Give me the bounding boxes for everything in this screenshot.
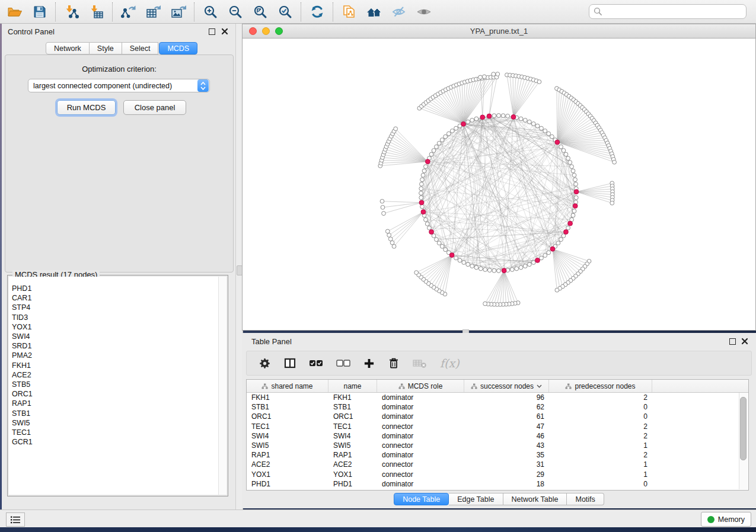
tab-network-table[interactable]: Network Table — [503, 493, 567, 505]
select-all-button[interactable] — [309, 360, 323, 367]
function-builder-button[interactable]: f(x) — [440, 357, 460, 370]
network-node[interactable] — [523, 118, 527, 123]
table-scrollbar-thumb[interactable] — [740, 397, 747, 460]
network-node[interactable] — [515, 267, 519, 271]
network-node[interactable] — [531, 122, 535, 126]
network-hub-node[interactable] — [480, 115, 485, 120]
tab-mcds[interactable]: MCDS — [159, 42, 197, 55]
network-node[interactable] — [422, 169, 426, 173]
table-row[interactable]: STB1STB1dominator620 — [247, 402, 748, 412]
network-node[interactable] — [483, 302, 487, 306]
network-node[interactable] — [540, 256, 544, 260]
network-node[interactable] — [506, 114, 510, 118]
network-node[interactable] — [428, 226, 432, 230]
zoom-out-button[interactable] — [223, 2, 248, 22]
mcds-result-scrollbar[interactable] — [218, 277, 227, 495]
network-node[interactable] — [429, 152, 433, 156]
memory-button[interactable]: Memory — [701, 512, 751, 527]
import-table-button[interactable] — [84, 2, 109, 22]
table-row[interactable]: ORC1ORC1dominator610 — [247, 412, 748, 421]
network-node[interactable] — [470, 118, 474, 123]
table-settings-button[interactable] — [259, 357, 271, 370]
network-node[interactable] — [421, 173, 425, 177]
mcds-result-item[interactable]: ORC1 — [12, 389, 218, 399]
mcds-result-item[interactable]: CAR1 — [12, 293, 218, 303]
deselect-all-button[interactable] — [336, 360, 350, 367]
tab-style[interactable]: Style — [90, 42, 122, 55]
network-node[interactable] — [566, 156, 570, 161]
network-node[interactable] — [470, 264, 474, 268]
table-row[interactable]: TEC1TEC1connector472 — [247, 422, 748, 431]
float-table-panel-button[interactable] — [729, 338, 736, 345]
network-node[interactable] — [492, 114, 496, 118]
mcds-result-item[interactable]: TID3 — [12, 313, 218, 322]
first-neighbors-button[interactable] — [362, 2, 387, 22]
network-canvas[interactable] — [243, 38, 755, 330]
mcds-result-item[interactable]: STB1 — [12, 409, 218, 418]
network-node[interactable] — [419, 196, 423, 200]
network-node[interactable] — [492, 72, 496, 76]
network-hub-node[interactable] — [502, 268, 506, 273]
table-row[interactable]: RAP1RAP1dominator352 — [247, 450, 748, 460]
network-node[interactable] — [562, 149, 566, 153]
export-network-button[interactable] — [116, 2, 141, 22]
network-node[interactable] — [519, 117, 523, 121]
split-columns-button[interactable] — [284, 358, 296, 368]
network-node[interactable] — [466, 262, 470, 267]
mcds-result-item[interactable]: SWI4 — [12, 332, 218, 341]
network-node[interactable] — [497, 114, 501, 118]
tab-motifs[interactable]: Motifs — [567, 493, 604, 505]
network-node[interactable] — [420, 178, 425, 182]
network-node[interactable] — [454, 256, 458, 260]
open-session-button[interactable] — [2, 2, 27, 22]
network-node[interactable] — [487, 268, 492, 273]
network-hub-node[interactable] — [487, 114, 492, 118]
network-node[interactable] — [474, 117, 479, 121]
node-table[interactable]: shared namenameMCDS rolesuccessor nodesp… — [246, 379, 749, 491]
network-node[interactable] — [572, 173, 576, 177]
add-column-button[interactable] — [363, 358, 375, 369]
network-hub-node[interactable] — [449, 253, 454, 258]
network-node[interactable] — [571, 213, 575, 217]
network-node[interactable] — [424, 217, 428, 222]
export-table-button[interactable] — [141, 2, 166, 22]
network-node[interactable] — [523, 264, 527, 268]
export-image-button[interactable] — [166, 2, 191, 22]
network-node[interactable] — [432, 234, 436, 238]
network-node[interactable] — [559, 238, 563, 242]
network-window-titlebar[interactable]: YPA_prune.txt_1 — [243, 24, 755, 39]
network-node[interactable] — [482, 75, 486, 79]
network-node[interactable] — [555, 288, 559, 292]
network-node[interactable] — [571, 169, 575, 173]
network-node[interactable] — [394, 127, 398, 131]
network-hub-node[interactable] — [421, 210, 426, 214]
save-session-button[interactable] — [27, 2, 52, 22]
network-node[interactable] — [527, 120, 531, 124]
network-node[interactable] — [390, 241, 394, 245]
column-header-predecessor-nodes[interactable]: predecessor nodes — [549, 380, 652, 392]
network-node[interactable] — [566, 226, 570, 230]
network-node[interactable] — [432, 149, 436, 153]
network-node[interactable] — [519, 265, 523, 270]
network-node[interactable] — [559, 145, 563, 149]
network-node[interactable] — [419, 182, 423, 186]
network-node[interactable] — [388, 237, 393, 241]
network-node[interactable] — [540, 126, 544, 130]
mcds-result-item[interactable]: ACE2 — [12, 370, 218, 380]
network-node[interactable] — [380, 199, 384, 203]
network-hub-node[interactable] — [511, 115, 516, 120]
network-node[interactable] — [381, 206, 385, 210]
network-node[interactable] — [497, 269, 501, 273]
table-row[interactable]: FKH1FKH1dominator962 — [247, 393, 748, 402]
network-node[interactable] — [570, 165, 574, 169]
network-hub-node[interactable] — [555, 140, 560, 145]
network-hub-node[interactable] — [574, 190, 579, 194]
network-node[interactable] — [535, 124, 540, 128]
column-header-MCDS-role[interactable]: MCDS role — [377, 380, 464, 392]
tab-select[interactable]: Select — [122, 42, 159, 55]
network-node[interactable] — [466, 120, 470, 124]
network-node[interactable] — [573, 178, 578, 182]
network-hub-node[interactable] — [419, 200, 424, 205]
optimization-criterion-select[interactable]: largest connected component (undirected) — [28, 79, 210, 92]
show-all-button[interactable] — [412, 2, 436, 22]
